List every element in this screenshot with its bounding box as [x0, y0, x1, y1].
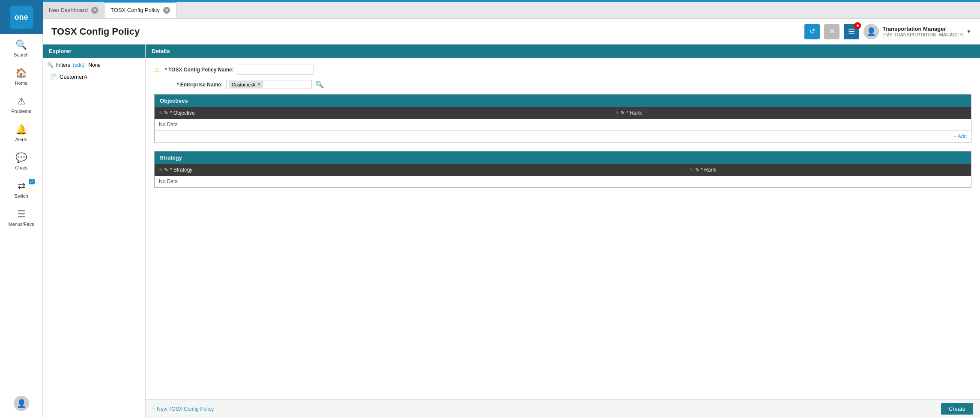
filters-edit-link[interactable]: (edit):: [73, 62, 86, 68]
app-logo: one: [0, 0, 43, 34]
objectives-title: Objectives: [160, 98, 188, 104]
content-area: Explorer 🔍 Filters (edit): None 📄 Custom…: [43, 44, 980, 418]
edit-strategy-rank-icon: ✎: [690, 167, 693, 172]
sidebar-item-label: Problems: [11, 109, 31, 114]
page-title: TOSX Config Policy: [51, 26, 140, 37]
edit-objective-icon: ✎: [159, 110, 163, 116]
policy-name-row: ⚠ * TOSX Config Policy Name:: [154, 65, 971, 75]
strategy-table-header-row: ✎ ✎ * Strategy ✎ ✎ * Rank: [155, 164, 971, 176]
objectives-table-header-row: ✎ ✎ * Objective ✎ ✎ * Rank: [155, 107, 971, 119]
objective-col-label: ✎ * Objective: [164, 110, 194, 116]
tab-label: TOSX Config Policy: [111, 7, 160, 13]
strategy-rank-col-label: ✎ * Rank: [695, 167, 716, 173]
sidebar-item-switch[interactable]: ⇄ Switch ⇌: [0, 175, 42, 204]
filter-icon: 🔍: [47, 62, 54, 68]
sidebar-item-label: Home: [15, 80, 27, 86]
refresh-button[interactable]: ↺: [804, 24, 820, 39]
explorer-item-label: CustomerA: [60, 74, 87, 80]
new-config-link[interactable]: + New TOSX Config Policy: [152, 406, 214, 412]
objective-col-header: ✎ ✎ * Objective: [155, 107, 611, 119]
sidebar: one 🔍 Search 🏠 Home ⚠ Problems 🔔 Alerts …: [0, 0, 43, 418]
strategy-col-label: ✎ * Strategy: [164, 167, 192, 173]
objectives-add-button[interactable]: + Add: [953, 133, 967, 139]
tab-close-neo-dashboard[interactable]: ✕: [91, 7, 98, 14]
sidebar-item-search[interactable]: 🔍 Search: [0, 34, 42, 62]
notification-badge: ★: [854, 22, 861, 29]
sidebar-item-label: Alerts: [15, 137, 27, 142]
tag-remove-button[interactable]: ✕: [257, 82, 261, 87]
explorer-item[interactable]: 📄 CustomerA: [47, 71, 141, 82]
details-header: Details: [146, 44, 980, 58]
required-icon: ⚠: [154, 66, 160, 73]
enterprise-name-row: * Enterprise Name: CustomerA ✕ 🔍: [154, 80, 971, 89]
close-button[interactable]: ✕: [824, 24, 840, 39]
enterprise-tag-input[interactable]: CustomerA ✕: [226, 80, 312, 89]
strategy-no-data: No Data: [155, 176, 971, 187]
objectives-no-data-row: No Data: [155, 119, 971, 130]
sidebar-item-label: Chats: [15, 165, 27, 170]
switch-icon: ⇄: [18, 181, 25, 192]
logo-text: one: [10, 6, 33, 29]
page-header: TOSX Config Policy ↺ ✕ ☰ ★ 👤 Transportat…: [43, 19, 980, 44]
user-text: Transportation Manager TMS.TRANSPORTATIO…: [882, 26, 963, 37]
enterprise-tag-label: CustomerA: [232, 82, 255, 87]
policy-name-label: * TOSX Config Policy Name:: [165, 67, 233, 73]
user-dropdown-arrow[interactable]: ▼: [966, 29, 971, 35]
edit-strategy-icon: ✎: [159, 167, 163, 172]
enterprise-tag: CustomerA ✕: [229, 81, 263, 88]
explorer-body: 🔍 Filters (edit): None 📄 CustomerA: [43, 58, 145, 86]
switch-badge: ⇌: [29, 179, 35, 184]
rank-col-label: ✎ * Rank: [621, 110, 642, 116]
user-role: TMS.TRANSPORTATION_MANAGER: [882, 32, 963, 37]
edit-rank-icon: ✎: [615, 110, 619, 116]
sidebar-item-label: Switch: [14, 193, 28, 199]
header-actions: ↺ ✕ ☰ ★ 👤 Transportation Manager TMS.TRA…: [804, 24, 971, 39]
sidebar-item-problems[interactable]: ⚠ Problems: [0, 91, 42, 119]
sidebar-item-label: Menus/Favs: [9, 222, 34, 227]
strategy-rank-col-header: ✎ ✎ * Rank: [685, 164, 971, 176]
strategy-col-header: ✎ ✎ * Strategy: [155, 164, 685, 176]
sidebar-item-alerts[interactable]: 🔔 Alerts: [0, 119, 42, 147]
explorer-title: Explorer: [49, 48, 72, 54]
tab-bar: Neo Dashboard ✕ TOSX Config Policy ✕: [43, 2, 980, 19]
chats-icon: 💬: [15, 152, 27, 163]
objectives-header: Objectives: [155, 95, 971, 107]
sidebar-item-label: Search: [14, 52, 29, 57]
create-button[interactable]: Create: [941, 403, 973, 415]
strategy-title: Strategy: [160, 154, 182, 161]
strategy-table: ✎ ✎ * Strategy ✎ ✎ * Rank: [155, 164, 971, 187]
sidebar-item-profile[interactable]: 👤: [0, 391, 42, 418]
document-icon: 📄: [50, 73, 57, 80]
filters-label: Filters: [56, 62, 70, 68]
user-info: 👤 Transportation Manager TMS.TRANSPORTAT…: [863, 24, 971, 39]
sidebar-item-home[interactable]: 🏠 Home: [0, 62, 42, 91]
home-icon: 🏠: [15, 68, 27, 79]
details-panel: Details ⚠ * TOSX Config Policy Name: * E…: [146, 44, 980, 418]
explorer-panel: Explorer 🔍 Filters (edit): None 📄 Custom…: [43, 44, 146, 418]
objectives-add-row: + Add: [155, 130, 971, 142]
user-name: Transportation Manager: [882, 26, 963, 32]
tab-tosx-config[interactable]: TOSX Config Policy ✕: [105, 2, 176, 18]
objectives-no-data: No Data: [155, 119, 971, 130]
menus-icon: ☰: [17, 209, 26, 220]
problems-icon: ⚠: [17, 96, 26, 107]
objectives-table: ✎ ✎ * Objective ✎ ✎ * Rank: [155, 107, 971, 130]
sidebar-item-menus[interactable]: ☰ Menus/Favs: [0, 204, 42, 232]
menu-button[interactable]: ☰ ★: [844, 24, 859, 39]
tab-label: Neo Dashboard: [49, 7, 88, 13]
objectives-section: Objectives ✎ ✎ * Objective ✎: [154, 94, 971, 142]
policy-name-input[interactable]: [237, 65, 314, 75]
avatar: 👤: [863, 24, 879, 39]
sidebar-item-chats[interactable]: 💬 Chats: [0, 147, 42, 175]
alerts-icon: 🔔: [15, 124, 27, 135]
main-area: Neo Dashboard ✕ TOSX Config Policy ✕ TOS…: [43, 0, 980, 418]
bottom-bar: + New TOSX Config Policy Create: [146, 399, 980, 418]
enterprise-search-button[interactable]: 🔍: [315, 80, 324, 89]
tab-close-tosx-config[interactable]: ✕: [163, 7, 170, 14]
explorer-header: Explorer: [43, 44, 145, 58]
details-body: ⚠ * TOSX Config Policy Name: * Enterpris…: [146, 58, 980, 399]
strategy-section: Strategy ✎ ✎ * Strategy ✎ ✎: [154, 151, 971, 188]
tab-neo-dashboard[interactable]: Neo Dashboard ✕: [43, 2, 105, 18]
new-config-label: + New TOSX Config Policy: [152, 406, 214, 412]
strategy-no-data-row: No Data: [155, 176, 971, 187]
